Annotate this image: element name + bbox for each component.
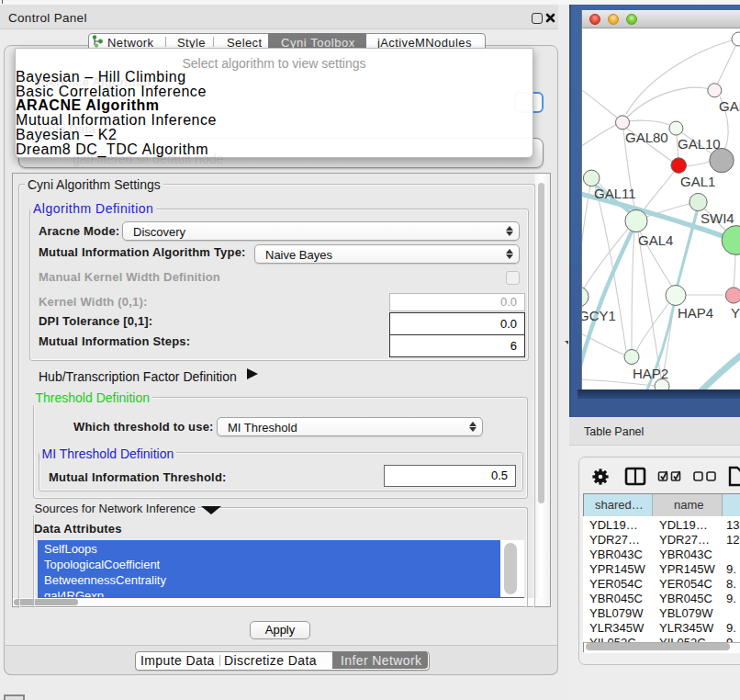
svg-text:HAP4: HAP4: [678, 305, 713, 321]
svg-text:GAL7: GAL7: [719, 98, 740, 114]
svg-text:GAL1: GAL1: [680, 174, 715, 189]
svg-text:GCY1: GCY1: [582, 308, 616, 323]
svg-text:HAP2: HAP2: [633, 366, 668, 381]
svg-text:GAL11: GAL11: [594, 186, 636, 201]
svg-text:GAL80: GAL80: [625, 130, 668, 145]
svg-text:GAL10: GAL10: [678, 136, 721, 152]
svg-text:Y: Y: [731, 305, 740, 321]
svg-text:SWI4: SWI4: [701, 210, 734, 226]
svg-text:GAL4: GAL4: [638, 232, 673, 248]
